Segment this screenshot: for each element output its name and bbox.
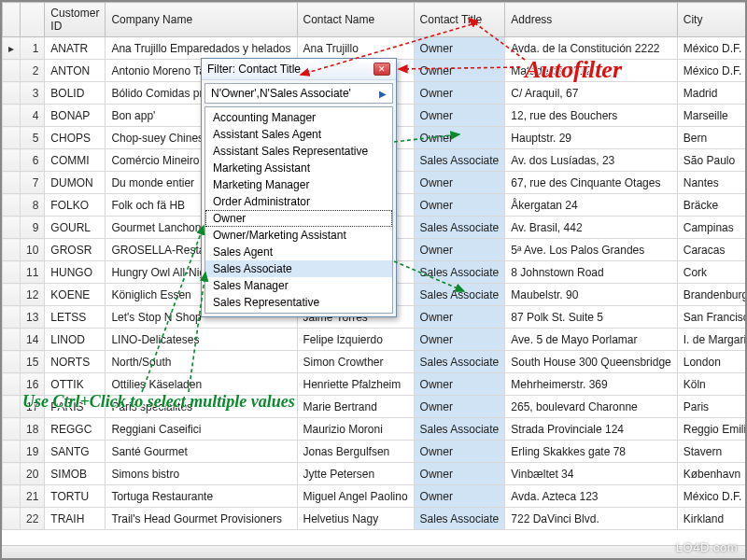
cell-customer-id[interactable]: COMMI [45,149,106,172]
cell-address[interactable]: 722 DaVinci Blvd. [505,508,677,530]
cell-address[interactable]: South House 300 Queensbridge [505,351,677,373]
row-marker[interactable] [3,149,21,172]
cell-customer-id[interactable]: HUNGO [45,261,106,284]
cell-contact-title[interactable]: Owner [414,60,505,82]
cell-customer-id[interactable]: REGGC [45,418,106,441]
row-marker[interactable] [3,485,21,508]
filter-item[interactable]: Marketing Assistant [205,160,392,176]
cell-contact[interactable]: Marie Bertrand [297,396,414,418]
cell-contact[interactable]: Henriette Pfalzheim [297,373,414,396]
cell-company[interactable]: Reggiani Caseifici [106,418,297,441]
cell-contact-title[interactable]: Sales Associate [414,261,505,284]
cell-company[interactable]: Santé Gourmet [106,441,297,463]
row-marker[interactable] [3,373,21,396]
cell-city[interactable]: London [677,351,747,373]
cell-company[interactable]: Trail's Head Gourmet Provisioners [106,508,297,530]
table-row[interactable]: 18REGGCReggiani CaseificiMaurizio Moroni… [3,418,748,441]
cell-customer-id[interactable]: BONAP [45,105,106,127]
cell-city[interactable]: Reggio Emilia [677,418,747,441]
cell-company[interactable]: LINO-Delicateses [106,329,297,351]
row-marker[interactable] [3,172,21,194]
cell-city[interactable]: Kirkland [677,508,747,530]
table-row[interactable]: ▸1ANATRAna Trujillo Emparedados y helado… [3,37,748,60]
row-marker[interactable] [3,261,21,284]
cell-address[interactable]: 8 Johnstown Road [505,261,677,284]
cell-address[interactable]: 265, boulevard Charonne [505,396,677,418]
cell-customer-id[interactable]: ANTON [45,60,106,82]
row-marker[interactable] [3,463,21,485]
filter-titlebar[interactable]: Filter: Contact Title ✕ [202,59,396,80]
cell-city[interactable]: Köln [677,373,747,396]
table-row[interactable]: 21TORTUTortuga RestauranteMiguel Angel P… [3,485,748,508]
cell-customer-id[interactable]: DUMON [45,172,106,194]
cell-city[interactable]: San Francisco [677,306,747,329]
filter-item[interactable]: Sales Agent [205,244,392,260]
col-contact-title[interactable]: Contact Title [414,3,505,37]
filter-item[interactable]: Sales Associate [205,260,392,277]
cell-city[interactable]: København [677,463,747,485]
cell-contact[interactable]: Felipe Izquierdo [297,329,414,351]
cell-city[interactable]: Madrid [677,82,747,105]
filter-item[interactable]: Accounting Manager [205,109,392,126]
cell-address[interactable]: Maubelstr. 90 [505,284,677,306]
cell-address[interactable]: 87 Polk St. Suite 5 [505,306,677,329]
cell-city[interactable]: México D.F. [677,37,747,60]
filter-item[interactable]: Sales Representative [205,294,392,311]
cell-address[interactable]: Åkergatan 24 [505,194,677,217]
cell-contact-title[interactable]: Sales Associate [414,508,505,530]
cell-address[interactable]: 12, rue des Bouchers [505,105,677,127]
cell-customer-id[interactable]: SIMOB [45,463,106,485]
cell-contact[interactable]: Simon Crowther [297,351,414,373]
cell-contact-title[interactable]: Sales Associate [414,351,505,373]
cell-company[interactable]: Simons bistro [106,463,297,485]
filter-popup[interactable]: Filter: Contact Title ✕ N'Owner',N'Sales… [201,58,397,317]
cell-contact[interactable]: Ana Trujillo [297,37,414,60]
col-company-name[interactable]: Company Name [106,3,297,37]
cell-contact[interactable]: Miguel Angel Paolino [297,485,414,508]
row-number[interactable]: 21 [21,485,45,508]
cell-city[interactable]: Cork [677,261,747,284]
row-number[interactable]: 11 [21,261,45,284]
row-number[interactable]: 22 [21,508,45,530]
row-marker[interactable] [3,127,21,149]
filter-item[interactable]: Assistant Sales Representative [205,143,392,160]
col-city[interactable]: City [677,3,747,37]
row-marker[interactable] [3,329,21,351]
cell-city[interactable]: Marseille [677,105,747,127]
cell-contact-title[interactable]: Owner [414,37,505,60]
cell-customer-id[interactable]: CHOPS [45,127,106,149]
cell-contact-title[interactable]: Owner [414,239,505,261]
table-row[interactable]: 14LINODLINO-DelicatesesFelipe IzquierdoO… [3,329,748,351]
cell-contact-title[interactable]: Owner [414,463,505,485]
cell-contact-title[interactable]: Sales Associate [414,284,505,306]
row-marker[interactable]: ▸ [3,37,21,60]
row-marker[interactable] [3,441,21,463]
cell-address[interactable]: Av. Brasil, 442 [505,217,677,239]
row-marker[interactable] [3,82,21,105]
row-marker[interactable] [3,351,21,373]
cell-contact-title[interactable]: Owner [414,172,505,194]
cell-contact-title[interactable]: Owner [414,194,505,217]
cell-customer-id[interactable]: KOENE [45,284,106,306]
table-row[interactable]: 22TRAIHTrail's Head Gourmet Provisioners… [3,508,748,530]
row-number[interactable]: 18 [21,418,45,441]
filter-item[interactable]: Marketing Manager [205,176,392,193]
cell-contact-title[interactable]: Owner [414,127,505,149]
filter-list[interactable]: Accounting ManagerAssistant Sales AgentA… [204,106,393,314]
cell-address[interactable]: C/ Araquil, 67 [505,82,677,105]
cell-customer-id[interactable]: FOLKO [45,194,106,217]
cell-contact-title[interactable]: Owner [414,396,505,418]
row-number[interactable]: 4 [21,105,45,127]
row-marker[interactable] [3,284,21,306]
filter-item[interactable]: Owner/Marketing Assistant [205,227,392,244]
cell-customer-id[interactable]: TORTU [45,485,106,508]
filter-item[interactable]: Sales Manager [205,277,392,294]
cell-customer-id[interactable]: NORTS [45,351,106,373]
row-number[interactable]: 10 [21,239,45,261]
cell-city[interactable]: Paris [677,396,747,418]
col-contact-name[interactable]: Contact Name [297,3,414,37]
row-marker[interactable] [3,239,21,261]
table-row[interactable]: 15NORTSNorth/SouthSimon CrowtherSales As… [3,351,748,373]
close-icon[interactable]: ✕ [374,63,390,76]
cell-address[interactable]: Mehrheimerstr. 369 [505,373,677,396]
